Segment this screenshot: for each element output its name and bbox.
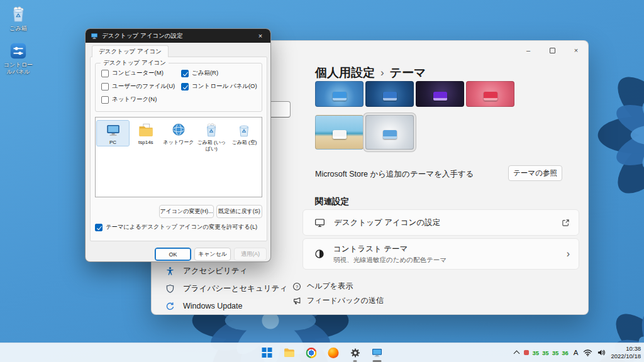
checkbox-computer-box[interactable]	[101, 70, 109, 77]
checkbox-recycle-bin[interactable]: ごみ箱(R)	[181, 69, 218, 77]
breadcrumb: 個人用設定 › テーマ	[315, 65, 426, 81]
theme-thumbnail-windows-light-blue[interactable]	[315, 81, 364, 107]
feedback-megaphone-icon	[292, 297, 301, 305]
icon-item-label: ネットワーク	[164, 140, 194, 146]
settings-app-button[interactable]	[347, 344, 364, 361]
svg-text:?: ?	[296, 283, 298, 289]
icon-item-network[interactable]: ネットワーク	[162, 121, 194, 146]
desktop-icon-control-panel[interactable]: コントロールパネル	[0, 41, 36, 75]
desktop-icon-settings-dialog: デスクトップ アイコンの設定 × デスクトップ アイコン デスクトップ アイコン…	[85, 28, 271, 262]
clock-time: 10:38	[611, 345, 641, 353]
clock-date: 2022/10/18	[611, 353, 641, 360]
display-settings-button[interactable]	[369, 344, 386, 361]
cancel-button[interactable]: キャンセル	[194, 248, 231, 261]
recycle-bin-full-icon	[203, 122, 219, 138]
hidden-icons-chevron-icon[interactable]	[514, 351, 520, 357]
display-icon	[91, 32, 98, 40]
theme-thumbnail-pink-bloom[interactable]	[466, 81, 514, 107]
icon-item-recycle-bin-empty[interactable]: ごみ箱 (空)	[228, 121, 260, 146]
help-link[interactable]: ? ヘルプを表示	[292, 281, 353, 292]
system-tray: 35 35 35 36 A 10:38 2022/10/18	[514, 343, 641, 362]
checkbox-network-box[interactable]	[101, 96, 109, 104]
dialog-titlebar[interactable]: デスクトップ アイコンの設定 ×	[86, 29, 270, 43]
wifi-icon[interactable]	[583, 349, 592, 356]
tab-desktop-icons[interactable]: デスクトップ アイコン	[92, 45, 169, 57]
taskbar: 35 35 35 36 A 10:38 2022/10/18	[0, 343, 644, 362]
theme-thumbnail-windows-dark-blue[interactable]	[365, 81, 414, 107]
speaker-icon[interactable]	[597, 349, 606, 356]
sidebar-item-label: プライバシーとセキュリティ	[183, 283, 287, 294]
ime-mode-indicator[interactable]: A	[574, 349, 579, 356]
icon-item-recycle-bin-full[interactable]: ごみ箱 (いっぱい)	[196, 121, 228, 152]
checkbox-user-files[interactable]: ユーザーのファイル(U)	[101, 82, 175, 90]
checkbox-label: コントロール パネル(O)	[192, 82, 257, 90]
theme-window-glyph	[484, 92, 497, 101]
icon-item-pc[interactable]: PC	[97, 121, 129, 146]
minimize-button[interactable]: –	[516, 41, 540, 60]
maximize-button[interactable]	[540, 41, 564, 60]
external-link-icon	[562, 219, 570, 227]
recycle-bin-empty-icon	[236, 122, 252, 138]
help-icon: ?	[292, 282, 301, 291]
wallpaper-bloom	[594, 53, 644, 217]
folder-icon	[283, 347, 295, 359]
ok-button[interactable]: OK	[155, 248, 191, 261]
help-link-label: ヘルプを表示	[307, 281, 353, 292]
checkbox-recycle-bin-box[interactable]	[181, 70, 189, 77]
checkbox-label: ユーザーのファイル(U)	[112, 82, 175, 90]
desktop-icon-label: コントロールパネル	[0, 62, 36, 75]
change-icon-button[interactable]: アイコンの変更(H)...	[159, 205, 214, 218]
related-card-contrast-themes[interactable]: コントラスト テーマ 弱視、光線過敏症のための配色テーマ ›	[303, 238, 579, 270]
theme-window-glyph	[383, 92, 397, 101]
display-icon	[372, 347, 383, 358]
dialog-close-button[interactable]: ×	[250, 29, 270, 43]
card-subtitle: 弱視、光線過敏症のための配色テーマ	[333, 256, 447, 265]
theme-grid-row-2	[315, 115, 414, 150]
feedback-link[interactable]: フィードバックの送信	[292, 295, 384, 306]
theme-window-glyph	[333, 130, 347, 139]
taskbar-clock[interactable]: 10:38 2022/10/18	[611, 345, 641, 361]
firefox-button[interactable]	[325, 344, 341, 361]
icon-listbox: PC tsp14s ネットワーク	[95, 117, 262, 197]
sidebar-item-label: アクセシビリティ	[183, 266, 247, 277]
theme-grid-row-1	[315, 81, 514, 107]
icon-item-user-files[interactable]: tsp14s	[130, 121, 162, 146]
hardware-monitor-cluster[interactable]: 35 35 35 36	[524, 349, 568, 356]
desktop-icon-recycle-bin[interactable]: ごみ箱	[0, 5, 36, 32]
restore-default-button[interactable]: 既定値に戻す(S)	[216, 205, 262, 218]
related-card-desktop-icon-settings[interactable]: デスクトップ アイコンの設定	[303, 209, 579, 236]
chevron-right-icon: ›	[567, 248, 570, 260]
breadcrumb-root[interactable]: 個人用設定	[315, 65, 375, 81]
start-button[interactable]	[259, 344, 275, 361]
store-themes-text: Microsoft Store から追加のテーマを入手する	[315, 169, 474, 180]
theme-window-glyph	[333, 92, 347, 101]
browse-themes-button[interactable]: テーマの参照	[508, 165, 562, 181]
pc-icon	[105, 122, 121, 138]
file-explorer-button[interactable]	[281, 344, 297, 361]
sidebar-item-privacy-security[interactable]: プライバシーとセキュリティ	[157, 280, 299, 297]
sidebar-item-accessibility[interactable]: アクセシビリティ	[157, 262, 299, 280]
checkbox-allow-theme-change[interactable]: テーマによるデスクトップ アイコンの変更を許可する(L)	[95, 223, 257, 231]
theme-thumbnail-gray-bloom-selected[interactable]	[365, 115, 414, 150]
contrast-icon	[314, 249, 325, 259]
close-icon: ×	[574, 47, 578, 54]
apply-button[interactable]: 適用(A)	[234, 248, 267, 261]
theme-thumbnail-dark-violet[interactable]	[416, 81, 464, 107]
checkbox-control-panel-box[interactable]	[181, 83, 189, 90]
control-panel-icon	[9, 41, 28, 60]
window-caption-controls: – ×	[516, 41, 588, 60]
checkbox-allow-theme-change-box[interactable]	[95, 224, 103, 231]
chrome-button[interactable]	[303, 344, 319, 361]
related-settings-header: 関連設定	[315, 196, 349, 207]
sidebar-item-windows-update[interactable]: Windows Update	[157, 297, 299, 315]
checkbox-computer[interactable]: コンピューター(M)	[101, 69, 164, 77]
groupbox-legend: デスクトップ アイコン	[101, 59, 169, 67]
checkbox-label: コンピューター(M)	[112, 69, 164, 77]
close-icon: ×	[258, 32, 262, 40]
close-button[interactable]: ×	[564, 41, 588, 60]
checkbox-control-panel[interactable]: コントロール パネル(O)	[181, 82, 257, 90]
checkbox-network[interactable]: ネットワーク(N)	[101, 96, 157, 104]
hw-value: 36	[562, 349, 569, 356]
theme-thumbnail-beach[interactable]	[315, 115, 364, 150]
checkbox-user-files-box[interactable]	[101, 83, 109, 90]
